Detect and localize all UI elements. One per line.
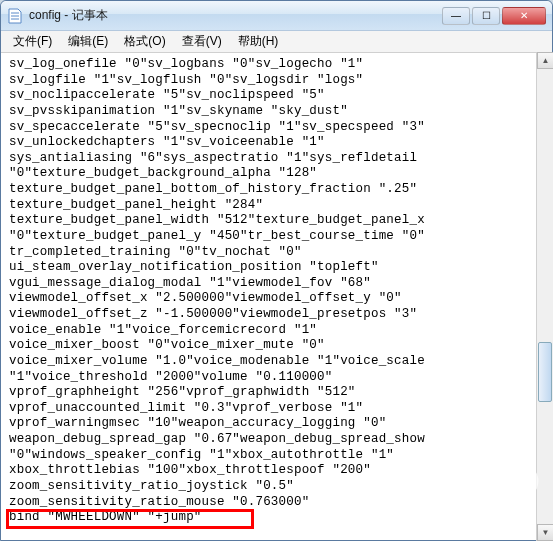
- menubar: 文件(F) 编辑(E) 格式(O) 查看(V) 帮助(H): [1, 31, 552, 53]
- text-area[interactable]: sv_log_onefile "0"sv_logbans "0"sv_logec…: [1, 53, 552, 540]
- menu-edit[interactable]: 编辑(E): [60, 31, 116, 52]
- svg-point-0: [505, 465, 537, 497]
- scroll-thumb[interactable]: [538, 342, 552, 402]
- scroll-down-button[interactable]: ▼: [537, 524, 553, 541]
- watermark-logo: 九游: [483, 461, 543, 513]
- titlebar[interactable]: config - 记事本 — ☐ ✕: [1, 1, 552, 31]
- scroll-up-button[interactable]: ▲: [537, 52, 553, 69]
- menu-file[interactable]: 文件(F): [5, 31, 60, 52]
- svg-text:九游: 九游: [500, 495, 527, 509]
- minimize-button[interactable]: —: [442, 7, 470, 25]
- menu-help[interactable]: 帮助(H): [230, 31, 287, 52]
- close-button[interactable]: ✕: [502, 7, 546, 25]
- menu-format[interactable]: 格式(O): [116, 31, 173, 52]
- scroll-track[interactable]: [537, 69, 553, 524]
- config-text[interactable]: sv_log_onefile "0"sv_logbans "0"sv_logec…: [9, 57, 544, 526]
- menu-view[interactable]: 查看(V): [174, 31, 230, 52]
- notepad-icon: [7, 8, 23, 24]
- notepad-window: config - 记事本 — ☐ ✕ 文件(F) 编辑(E) 格式(O) 查看(…: [0, 0, 553, 541]
- maximize-button[interactable]: ☐: [472, 7, 500, 25]
- window-title: config - 记事本: [29, 7, 442, 24]
- window-controls: — ☐ ✕: [442, 7, 546, 25]
